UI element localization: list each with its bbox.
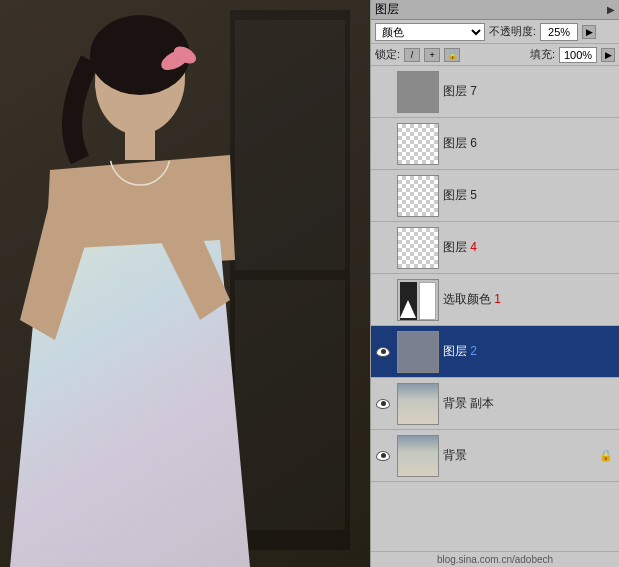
fill-input[interactable] <box>559 47 597 63</box>
bgcopy-name: 背景 副本 <box>443 395 617 412</box>
panel-menu-icon[interactable]: ▶ <box>607 4 615 15</box>
layer2-name: 图层 2 <box>443 343 617 360</box>
background-thumb <box>397 435 439 477</box>
layer-item-layer2[interactable]: 图层 2 <box>371 326 619 378</box>
blend-mode-row: 颜色 不透明度: ▶ <box>371 20 619 44</box>
layer7-visibility[interactable] <box>373 82 393 102</box>
layer4-visibility[interactable] <box>373 238 393 258</box>
lock-position-icon[interactable]: + <box>424 48 440 62</box>
opacity-input[interactable] <box>540 23 578 41</box>
opacity-arrow-btn[interactable]: ▶ <box>582 25 596 39</box>
photo-canvas <box>0 0 370 567</box>
bgcopy-visibility[interactable] <box>373 394 393 414</box>
layer6-thumb <box>397 123 439 165</box>
fill-arrow-btn[interactable]: ▶ <box>601 48 615 62</box>
blend-mode-select[interactable]: 颜色 <box>375 23 485 41</box>
watermark-text: blog.sina.com.cn/adobech <box>371 551 619 567</box>
layers-panel: 图层 ▶ 颜色 不透明度: ▶ 锁定: / + 🔒 填充: ▶ <box>370 0 619 567</box>
layer2-visibility[interactable] <box>373 342 393 362</box>
layer5-visibility[interactable] <box>373 186 393 206</box>
background-lock-icon: 🔒 <box>599 449 613 462</box>
layer-item-layer7[interactable]: 图层 7 <box>371 66 619 118</box>
layer5-name: 图层 5 <box>443 187 617 204</box>
layer4-name: 图层 4 <box>443 239 617 256</box>
bgcopy-thumb <box>397 383 439 425</box>
layer4-thumb <box>397 227 439 269</box>
layer-item-selectcolor1[interactable]: 选取颜色 1 <box>371 274 619 326</box>
layer6-name: 图层 6 <box>443 135 617 152</box>
lock-all-icon[interactable]: 🔒 <box>444 48 460 62</box>
panel-titlebar: 图层 ▶ <box>371 0 619 20</box>
layer7-thumb <box>397 71 439 113</box>
lock-row: 锁定: / + 🔒 填充: ▶ <box>371 44 619 66</box>
layer-item-layer5[interactable]: 图层 5 <box>371 170 619 222</box>
layer7-name: 图层 7 <box>443 83 617 100</box>
opacity-label: 不透明度: <box>489 24 536 39</box>
layer-item-bgcopy[interactable]: 背景 副本 <box>371 378 619 430</box>
background-visibility[interactable] <box>373 446 393 466</box>
layer2-thumb <box>397 331 439 373</box>
fill-label: 填充: <box>530 47 555 62</box>
selectcolor1-name: 选取颜色 1 <box>443 291 617 308</box>
layer-item-layer6[interactable]: 图层 6 <box>371 118 619 170</box>
selectcolor1-visibility[interactable] <box>373 290 393 310</box>
background-name: 背景 <box>443 447 599 464</box>
lock-label: 锁定: <box>375 47 400 62</box>
panel-title: 图层 <box>375 1 399 18</box>
layer5-thumb <box>397 175 439 217</box>
lock-pixel-icon[interactable]: / <box>404 48 420 62</box>
layers-list: 图层 7 图层 6 图层 5 图层 4 <box>371 66 619 551</box>
layer-item-layer4[interactable]: 图层 4 <box>371 222 619 274</box>
selectcolor1-thumb <box>397 279 439 321</box>
layer6-visibility[interactable] <box>373 134 393 154</box>
layer-item-background[interactable]: 背景 🔒 <box>371 430 619 482</box>
